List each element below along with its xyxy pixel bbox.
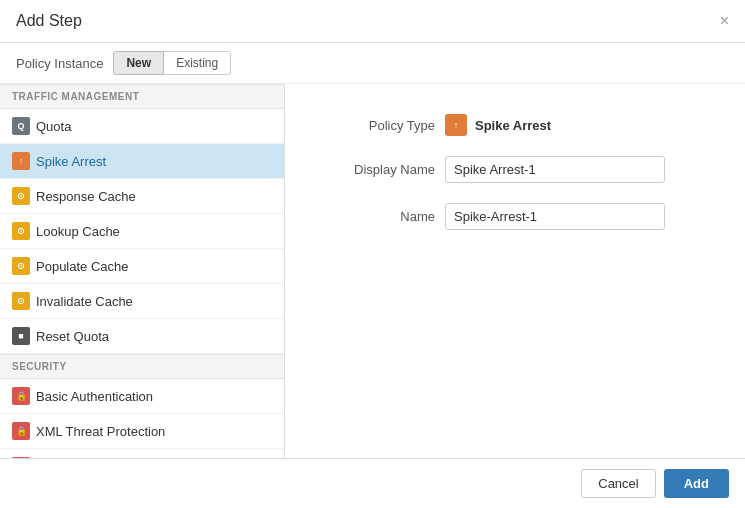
security-section-header: SECURITY <box>0 354 284 379</box>
sidebar-item-invalidate-cache[interactable]: ⊙ Invalidate Cache <box>0 284 284 319</box>
invalidate-cache-icon: ⊙ <box>12 292 30 310</box>
modal-header: Add Step × <box>0 0 745 43</box>
policy-type-label: Policy Type <box>325 118 435 133</box>
basic-auth-label: Basic Authentication <box>36 389 153 404</box>
populate-cache-label: Populate Cache <box>36 259 129 274</box>
populate-cache-icon: ⊙ <box>12 257 30 275</box>
reset-quota-label: Reset Quota <box>36 329 109 344</box>
policy-type-value: ↑ Spike Arrest <box>445 114 551 136</box>
sidebar-item-lookup-cache[interactable]: ⊙ Lookup Cache <box>0 214 284 249</box>
sidebar-item-basic-auth[interactable]: 🔒 Basic Authentication <box>0 379 284 414</box>
modal-title: Add Step <box>16 12 82 30</box>
policy-type-text: Spike Arrest <box>475 118 551 133</box>
xml-threat-icon: 🔒 <box>12 422 30 440</box>
sidebar-item-json-threat[interactable]: 🔒 JSON Threat Protection <box>0 449 284 458</box>
sidebar-item-quota[interactable]: Q Quota <box>0 109 284 144</box>
quota-icon: Q <box>12 117 30 135</box>
spike-arrest-label: Spike Arrest <box>36 154 106 169</box>
tab-new[interactable]: New <box>113 51 164 75</box>
quota-label: Quota <box>36 119 71 134</box>
sidebar-item-populate-cache[interactable]: ⊙ Populate Cache <box>0 249 284 284</box>
lookup-cache-label: Lookup Cache <box>36 224 120 239</box>
spike-arrest-icon: ↑ <box>12 152 30 170</box>
xml-threat-label: XML Threat Protection <box>36 424 165 439</box>
modal-footer: Cancel Add <box>0 458 745 508</box>
response-cache-icon: ⊙ <box>12 187 30 205</box>
sidebar-item-spike-arrest[interactable]: ↑ Spike Arrest <box>0 144 284 179</box>
display-name-label: Display Name <box>325 162 435 177</box>
policy-instance-tabs: New Existing <box>113 51 231 75</box>
name-row: Name <box>325 203 705 230</box>
policy-type-icon: ↑ <box>445 114 467 136</box>
invalidate-cache-label: Invalidate Cache <box>36 294 133 309</box>
sidebar-item-reset-quota[interactable]: ■ Reset Quota <box>0 319 284 354</box>
close-button[interactable]: × <box>720 13 729 29</box>
add-button[interactable]: Add <box>664 469 729 498</box>
right-panel: Policy Type ↑ Spike Arrest Display Name … <box>285 84 745 458</box>
add-step-modal: Add Step × Policy Instance New Existing … <box>0 0 745 508</box>
sidebar-item-xml-threat[interactable]: 🔒 XML Threat Protection <box>0 414 284 449</box>
display-name-row: Display Name <box>325 156 705 183</box>
policy-type-row: Policy Type ↑ Spike Arrest <box>325 114 705 136</box>
display-name-input[interactable] <box>445 156 665 183</box>
left-panel: TRAFFIC MANAGEMENT Q Quota ↑ Spike Arres… <box>0 84 285 458</box>
policy-instance-row: Policy Instance New Existing <box>0 43 745 84</box>
basic-auth-icon: 🔒 <box>12 387 30 405</box>
sidebar-item-response-cache[interactable]: ⊙ Response Cache <box>0 179 284 214</box>
name-input[interactable] <box>445 203 665 230</box>
modal-body: TRAFFIC MANAGEMENT Q Quota ↑ Spike Arres… <box>0 84 745 458</box>
response-cache-label: Response Cache <box>36 189 136 204</box>
policy-instance-label: Policy Instance <box>16 56 103 71</box>
reset-quota-icon: ■ <box>12 327 30 345</box>
tab-existing[interactable]: Existing <box>164 51 231 75</box>
cancel-button[interactable]: Cancel <box>581 469 655 498</box>
lookup-cache-icon: ⊙ <box>12 222 30 240</box>
name-label: Name <box>325 209 435 224</box>
traffic-section-header: TRAFFIC MANAGEMENT <box>0 84 284 109</box>
